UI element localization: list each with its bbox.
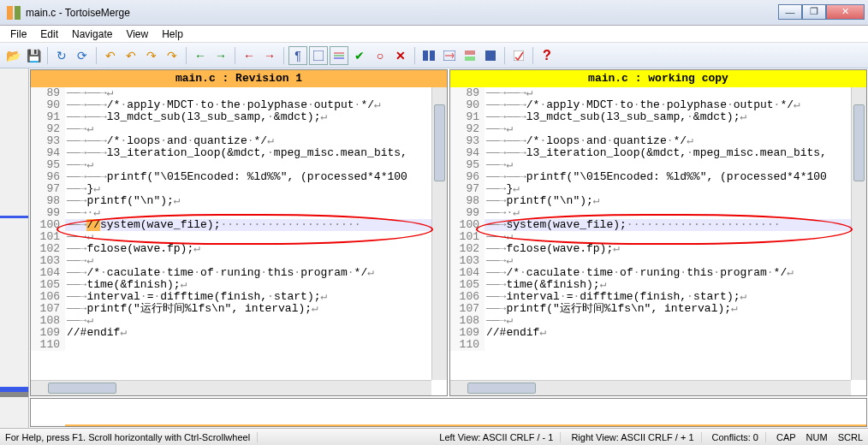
maximize-button[interactable]: ❐ [802, 4, 826, 20]
right-pane: main.c : working copy 89——→——→↵90——→——→/… [449, 69, 867, 396]
status-scrl: SCRL [838, 432, 863, 442]
switch-icon[interactable] [440, 46, 459, 65]
open-icon[interactable]: 📂 [3, 46, 22, 65]
save-icon[interactable]: 💾 [24, 46, 43, 65]
status-cap: CAP [776, 432, 796, 442]
next-conflict-icon[interactable]: → [260, 46, 279, 65]
menu-navigate[interactable]: Navigate [65, 27, 119, 42]
left-pane-title: main.c : Revision 1 [31, 70, 447, 87]
close-button[interactable]: ✕ [826, 4, 865, 20]
svg-rect-7 [430, 50, 435, 61]
help-icon[interactable]: ? [538, 46, 556, 65]
status-rightview: Right View: ASCII CRLF / + 1 [571, 432, 701, 442]
status-leftview: Left View: ASCII CRLF / - 1 [439, 432, 561, 442]
app-icon [7, 6, 21, 20]
redo2-icon[interactable]: ↷ [163, 46, 181, 65]
single-icon[interactable] [481, 46, 500, 65]
minimize-button[interactable]: — [778, 4, 802, 20]
status-help: For Help, press F1. Scroll horizontally … [5, 432, 258, 442]
menubar: File Edit Navigate View Help [0, 26, 868, 43]
svg-rect-10 [465, 56, 475, 61]
status-conflicts: Conflicts: 0 [712, 432, 766, 442]
menu-file[interactable]: File [3, 27, 33, 42]
left-code[interactable]: 89——→——→↵90——→——→/*·apply·MDCT·to·the·po… [31, 87, 431, 351]
undo-icon[interactable]: ↶ [101, 46, 120, 65]
bottom-line1-left: //system(wave_file);····················… [74, 424, 348, 426]
window-title: main.c - TortoiseMerge [26, 7, 130, 19]
next-diff-icon[interactable]: → [211, 46, 230, 65]
left-vscroll[interactable] [431, 87, 447, 380]
reload-icon[interactable]: ↻ [52, 46, 71, 65]
prev-conflict-icon[interactable]: ← [240, 46, 259, 65]
svg-rect-6 [423, 50, 428, 61]
svg-rect-0 [7, 6, 13, 20]
twopane-icon[interactable] [419, 46, 438, 65]
svg-rect-1 [15, 6, 21, 20]
ws-icon[interactable]: ¶ [288, 46, 307, 65]
right-hscroll[interactable] [450, 380, 851, 395]
right-vscroll[interactable] [851, 87, 866, 380]
reload-all-icon[interactable]: ⟳ [73, 46, 92, 65]
bottom-line1-right: /*·play·*.wav·*/↵ [348, 424, 461, 426]
left-pane: main.c : Revision 1 89——→——→↵90——→——→/*·… [30, 69, 448, 396]
right-pane-title: main.c : working copy [450, 70, 866, 87]
svg-rect-2 [313, 50, 324, 61]
statusbar: For Help, press F1. Scroll horizontally … [0, 428, 868, 445]
status-num: NUM [806, 432, 828, 442]
ws2-icon[interactable] [309, 46, 328, 65]
locator-bar[interactable] [0, 68, 29, 428]
x-icon[interactable]: ✕ [391, 46, 410, 65]
check-icon[interactable]: ✔ [350, 46, 369, 65]
circle-icon[interactable]: ○ [371, 46, 389, 65]
vert-icon[interactable] [461, 46, 479, 65]
undo2-icon[interactable]: ↶ [122, 46, 140, 65]
left-hscroll[interactable] [31, 380, 431, 395]
inline-icon[interactable] [330, 46, 348, 65]
svg-rect-11 [485, 50, 496, 61]
right-code[interactable]: 89——→——→↵90——→——→/*·apply·MDCT·to·the·po… [450, 87, 851, 351]
menu-help[interactable]: Help [155, 27, 190, 42]
menu-view[interactable]: View [119, 27, 155, 42]
menu-edit[interactable]: Edit [33, 27, 65, 42]
prev-diff-icon[interactable]: ← [191, 46, 210, 65]
svg-rect-9 [465, 50, 475, 55]
bottom-diff-pane: →//system(wave_file);···················… [30, 398, 867, 427]
redo-icon[interactable]: ↷ [142, 46, 161, 65]
titlebar: main.c - TortoiseMerge — ❐ ✕ [0, 0, 868, 26]
toolbar: 📂 💾 ↻ ⟳ ↶ ↶ ↷ ↷ ← → ← → ¶ ✔ ○ ✕ ? [0, 43, 868, 68]
options-icon[interactable] [509, 46, 528, 65]
